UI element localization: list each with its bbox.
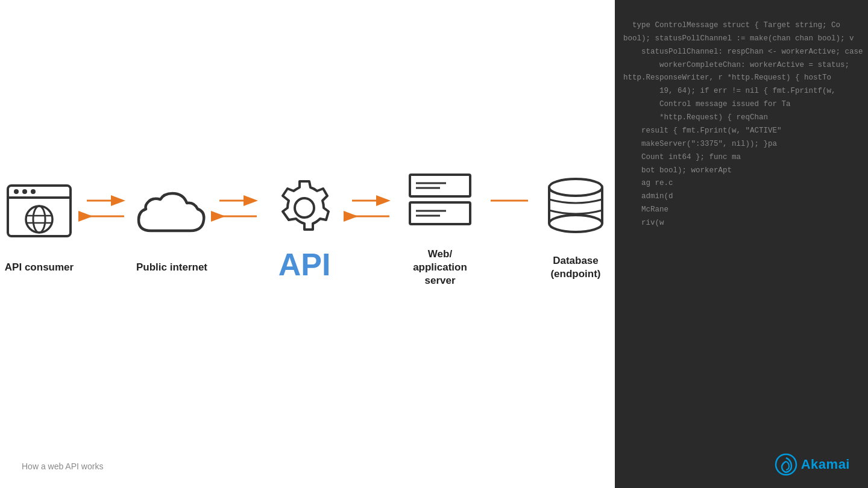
database-label: Database(endpoint) (550, 254, 600, 281)
svg-point-5 (26, 206, 52, 233)
svg-point-13 (295, 198, 314, 217)
svg-point-27 (549, 215, 602, 232)
api-text-label: API (278, 246, 331, 283)
svg-point-24 (549, 179, 602, 196)
api-item: API (265, 169, 344, 283)
svg-rect-16 (410, 175, 470, 196)
svg-point-2 (14, 189, 19, 194)
api-diagram: API consumer (0, 164, 615, 287)
svg-point-3 (22, 189, 27, 194)
arrow-3 (344, 196, 398, 221)
public-internet-label: Public internet (136, 261, 207, 274)
code-background: type ControlMessage struct { Target stri… (615, 0, 868, 488)
public-internet-icon (133, 178, 211, 250)
akamai-logo-icon (775, 453, 797, 476)
caption: How a web API works (22, 461, 103, 471)
api-consumer-item: API consumer (0, 178, 78, 274)
web-app-server-label: Web/application server (398, 248, 482, 287)
main-content: API consumer (0, 0, 615, 488)
akamai-logo: Akamai (775, 453, 850, 476)
database-icon (536, 171, 615, 243)
svg-point-4 (31, 189, 36, 194)
web-app-server-item: Web/application server (398, 164, 482, 287)
arrow-1 (78, 196, 133, 221)
akamai-logo-text: Akamai (801, 457, 850, 472)
arrow-4 (482, 196, 536, 221)
web-app-server-icon (401, 164, 479, 237)
api-consumer-label: API consumer (5, 261, 74, 274)
svg-rect-19 (410, 202, 470, 224)
svg-point-6 (33, 206, 45, 233)
public-internet-item: Public internet (133, 178, 211, 274)
arrow-2 (211, 196, 265, 221)
database-item: Database(endpoint) (536, 171, 615, 281)
api-gear-icon (265, 169, 344, 242)
api-consumer-icon (0, 178, 78, 250)
